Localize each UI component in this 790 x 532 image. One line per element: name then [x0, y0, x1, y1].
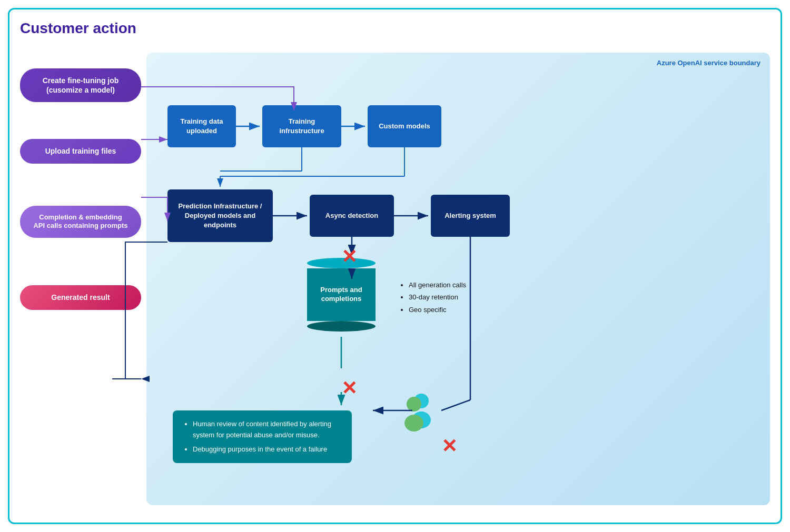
bullet-1: All generation calls [409, 279, 466, 291]
red-x-2: ✕ [341, 379, 357, 398]
person-svg [399, 389, 436, 431]
pill-generated: Generated result [20, 285, 141, 309]
pill-upload-training: Upload training files [20, 139, 141, 163]
async-detection-box: Async detection [310, 195, 394, 237]
svg-point-3 [404, 415, 423, 431]
red-x-1: ✕ [341, 247, 357, 266]
training-data-box: Training datauploaded [167, 105, 236, 147]
page-container: Customer action Create fine-tuning job(c… [8, 8, 782, 524]
prompts-cylinder: Prompts andcompletions [307, 258, 376, 332]
page-title: Customer action [20, 20, 770, 37]
cylinder-body: Prompts andcompletions [307, 268, 376, 321]
main-layout: Create fine-tuning job(cusomize a model)… [20, 53, 770, 505]
svg-point-2 [407, 397, 421, 411]
bullet-3: Geo specific [409, 304, 466, 316]
bullet-list: All generation calls 30-day retention Ge… [399, 279, 466, 316]
info-bullet-2: Debugging purposes in the event of a fai… [193, 444, 341, 455]
azure-label: Azure OpenAI service boundary [657, 59, 761, 67]
alerting-system-box: Alerting system [431, 195, 510, 237]
custom-models-box: Custom models [368, 105, 441, 147]
pill-completion: Completion & embeddingAPI calls containi… [20, 206, 141, 238]
person-icon [399, 389, 436, 431]
left-column: Create fine-tuning job(cusomize a model)… [20, 53, 141, 505]
azure-boundary: Azure OpenAI service boundary Training d… [146, 53, 770, 505]
svg-line-22 [441, 400, 470, 410]
info-bullet-1: Human review of content identified by al… [193, 419, 341, 441]
training-infra-box: Traininginfrustructure [262, 105, 341, 147]
bullet-2: 30-day retention [409, 291, 466, 303]
red-x-3: ✕ [441, 437, 457, 456]
prediction-infra-box: Prediction Infrastructure /Deployed mode… [167, 189, 273, 242]
info-box: Human review of content identified by al… [173, 410, 352, 463]
cylinder-bottom [307, 321, 376, 332]
pill-create-job: Create fine-tuning job(cusomize a model) [20, 68, 141, 102]
